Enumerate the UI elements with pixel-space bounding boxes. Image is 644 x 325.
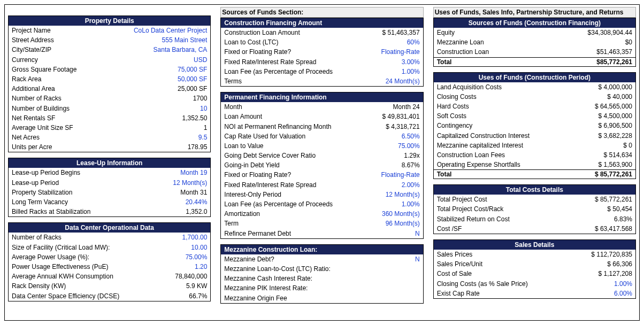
row-label: Sales Price/Unit [437,260,602,268]
row-label: Going-in Debt Yield [224,161,396,169]
data-row: Hard Costs$ 64,565,000 [434,102,635,111]
panel-mezz: Mezzanine Construction Loan: Mezzanine D… [220,244,423,304]
row-value: 2.00% [396,181,420,189]
data-row: Units per Acre178.95 [9,142,210,152]
data-row: Mezzanine Loan-to-Cost (LTC) Ratio: [221,264,423,274]
row-value: N [410,229,420,238]
row-value: 1 [198,123,208,132]
data-row: Cap Rate Used for Valuation6.50% [221,131,423,141]
row-value: $ 1,127,208 [593,269,632,278]
panel-body: Project NameCoLo Data Center ProjectStre… [9,26,210,152]
row-value: 10.00 [186,243,207,252]
row-label: Mezzanine PIK Interest Rate: [224,284,414,292]
data-row: MonthMonth 24 [221,102,423,112]
row-value: 9.5 [193,133,208,142]
data-row: Power Usage Effectiveness (PuE)1.20 [9,262,210,272]
row-value: $ 50,454 [602,205,632,213]
data-row: Data Center Space Efficiency (DCSE)66.7% [9,291,210,301]
panel-body: Lease-up Period BeginsMonth 19Lease-up P… [9,168,210,216]
row-label: Mezzanine Origin Fee [224,294,414,303]
data-row: Fixed or Floating Rate?Floating-Rate [221,170,423,180]
row-label: Closing Costs [437,92,602,101]
row-value: 75,000 SF [172,65,207,74]
row-value: $ 4,318,721 [380,122,419,131]
row-label: Equity [437,28,582,37]
row-label: Interest-Only Period [224,190,380,199]
row-value: 20.44% [180,198,208,206]
row-value: $ 0 [618,141,632,150]
row-label: Land Acquisition Costs [437,83,593,91]
data-row: Mezzanine Origin Fee [221,293,423,303]
row-label: Refince Permanet Debt [224,229,410,238]
row-label: Average Annual KWH Consumption [12,272,170,281]
row-label: Mezzanine Cash Interest Rate: [224,274,414,283]
row-value: 178.95 [182,143,208,151]
data-row: Exist Cap Rate6.00% [434,289,635,298]
row-value: 1.20 [189,262,207,271]
row-value [415,294,420,303]
panel-perm-financing: Permanent Financing Information MonthMon… [220,92,423,239]
data-row: City/State/ZIPSanta Barbara, CA [9,45,210,55]
panel-body: Mezzanine Debt?NMezzanine Loan-to-Cost (… [221,254,423,303]
total-row: Total $85,772,261 [434,57,635,66]
data-row: Loan Fee (as Percentage of Proceeds1.00% [221,67,423,76]
row-label: Rack Density (KW) [12,282,181,290]
row-label: Fixed Rate/Interest Rate Spread [224,181,396,189]
row-value: USD [188,56,207,64]
row-value: 8.67% [396,161,420,169]
data-row: Billed Racks at Stabilization1,352.0 [9,207,210,216]
row-label: Construction Loan [437,48,592,56]
row-value: Floating-Rate [376,171,420,179]
panel-lease-up: Lease-Up Information Lease-up Period Beg… [8,158,211,217]
data-row: Cost /SF$ 63,417.568 [434,224,635,234]
panel-body: MonthMonth 24Loan Amount$ 49,831,401NOI … [221,102,423,238]
data-row: Going-in Debt Yield8.67% [221,160,423,170]
data-row: Number of Racks1,700.00 [9,233,210,242]
data-row: Stabilized Return on Cost6.83% [434,214,635,224]
row-label: Closing Costs (as % Sale Price) [437,280,609,288]
data-row: NOI at Permanent Refinancing Month$ 4,31… [221,122,423,131]
row-value: $0 [620,38,632,47]
row-value [415,265,420,273]
data-row: Loan Amount$ 49,831,401 [221,112,423,121]
row-label: NOI at Permanent Refinancing Month [224,122,380,131]
column-1: Property Details Project NameCoLo Data C… [8,7,211,318]
data-row: Going Debt Service Cover Ratio1.29x [221,151,423,160]
row-label: Mezzanine capitalized Interest [437,141,618,150]
row-label: Average Power Usage (%): [12,253,180,261]
row-value: Month 24 [388,103,420,111]
data-row: CurrencyUSD [9,55,210,65]
data-row: Long Term Vacancy20.44% [9,197,210,207]
data-row: Interest-Only Period12 Month(s) [221,190,423,199]
row-value: $51,463,357 [591,48,632,56]
row-value: 66.7% [183,292,207,300]
row-value: Floating-Rate [376,48,420,56]
panel-body: Equity$34,308,904.44Mezzanine Loan$0Cons… [434,28,635,57]
row-label: Loan to Value [224,142,393,150]
row-value: $ 66,306 [602,260,632,268]
data-row: Operating Expense Shortfalls$ 1,563,900 [434,160,635,169]
data-row: Additional Area25,000 SF [9,84,210,94]
row-label: Net Acres [12,133,193,142]
row-label: Power Usage Effectiveness (PuE) [12,262,189,271]
row-label: Net Rentals SF [12,114,177,122]
row-value: CoLo Data Center Project [128,26,207,35]
row-label: Additional Area [12,84,172,93]
row-label: Sales Prices [437,250,586,259]
data-row: Capitalized Construction Interest$ 3,682… [434,131,635,141]
data-row: Number of Racks1700 [9,94,210,103]
data-row: Fixed or Floating Rate?Floating-Rate [221,47,423,57]
row-label: Long Term Vacancy [12,198,180,206]
row-value: $ 51,463,357 [377,28,420,37]
row-value: $ 3,682,228 [593,131,632,140]
row-value: 50,000 SF [172,75,207,83]
row-label: Loan Amount [224,112,377,121]
total-row: Total $ 85,772,261 [434,169,635,179]
row-value: $ 1,563,900 [593,160,632,169]
panel-body: Land Acquisition Costs$ 4,000,000Closing… [434,82,635,170]
panel-sales: Sales Details Sales Prices$ 112,720,835S… [433,239,636,299]
data-row: Construction Loan Amount$ 51,463,357 [221,28,423,37]
row-label: Fixed or Floating Rate? [224,171,375,179]
data-row: Cost of Sale$ 1,127,208 [434,269,635,278]
row-label: Amortization [224,210,377,218]
